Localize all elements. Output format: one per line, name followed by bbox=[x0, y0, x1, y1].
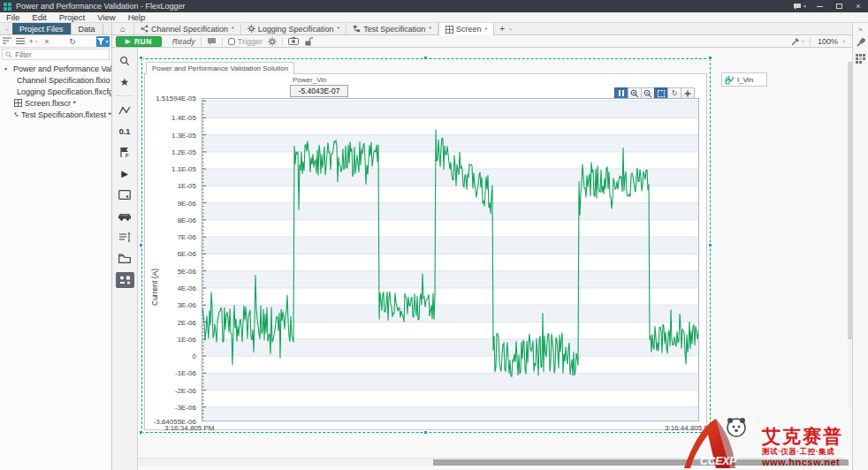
collapse-all-icon[interactable] bbox=[2, 36, 12, 47]
tree-item-logging-specification[interactable]: Logging Specification.flxcfg * bbox=[0, 86, 111, 97]
selection-handle[interactable] bbox=[139, 430, 143, 435]
tab-data[interactable]: Data bbox=[72, 23, 103, 34]
graph-panel-tab[interactable]: Power and Performance Validation Solutio… bbox=[146, 62, 294, 74]
menu-view[interactable]: View bbox=[91, 12, 121, 22]
main-toolbar: ▶ RUN Ready Trigger bbox=[112, 35, 852, 48]
selection-handle[interactable] bbox=[708, 56, 712, 60]
tab-screen[interactable]: Screen* bbox=[438, 23, 494, 35]
palette-container-icon[interactable] bbox=[115, 251, 134, 266]
y-axis-tick-label: 1.4E-05 bbox=[171, 114, 196, 122]
palette-play-icon[interactable]: ▶ bbox=[115, 166, 134, 181]
tab-channel-specification[interactable]: Channel Specification* bbox=[134, 23, 241, 34]
tab-test-specification[interactable]: Test Specification* bbox=[346, 23, 438, 34]
y-axis-tick-label: 1.1E-05 bbox=[171, 165, 196, 173]
vertical-scrollbar[interactable] bbox=[848, 62, 852, 408]
x-axis-start-label: 3:16:34.805 PM bbox=[164, 424, 214, 432]
unlock-icon[interactable] bbox=[304, 37, 313, 46]
tab-project-files[interactable]: Project Files bbox=[12, 23, 72, 34]
panel-collapse-button[interactable]: → bbox=[0, 23, 12, 34]
status-text: Ready bbox=[172, 37, 195, 46]
feedback-bubble-icon[interactable]: ▼ bbox=[790, 0, 810, 12]
indicator-value[interactable]: -5.4043E-07 bbox=[290, 85, 348, 97]
y-axis-tick-label: 1E-05 bbox=[178, 182, 196, 190]
tab-logging-specification[interactable]: Logging Specification* bbox=[241, 23, 346, 34]
add-item-button[interactable]: +▼ bbox=[28, 36, 39, 47]
zoom-level-select[interactable]: 100%▼ bbox=[815, 37, 849, 46]
search-icon bbox=[5, 51, 12, 58]
graph-widget[interactable]: Power and Performance Validation Solutio… bbox=[144, 62, 707, 430]
expand-caret-icon[interactable]: ▼ bbox=[4, 66, 8, 72]
palette-vehicle-icon[interactable] bbox=[115, 208, 134, 224]
menu-bar: File Edit Project View Help bbox=[0, 12, 868, 23]
restore-button[interactable] bbox=[829, 0, 849, 12]
palette-text-entry-icon[interactable] bbox=[115, 230, 134, 245]
trigger-settings-gear-icon[interactable] bbox=[268, 37, 277, 46]
y-axis-tick-label: 1.51594E-05 bbox=[156, 95, 196, 102]
screen-tab-icon bbox=[445, 26, 453, 34]
test-file-icon bbox=[14, 110, 19, 118]
legend-item-ivin[interactable]: I_Vin bbox=[721, 72, 767, 87]
selection-handle[interactable] bbox=[423, 56, 428, 60]
tree-item-project-root[interactable]: ▼ Power and Performance Validatio... bbox=[0, 63, 111, 74]
list-view-icon[interactable] bbox=[15, 36, 26, 47]
new-tab-button[interactable]: +▼ bbox=[494, 23, 518, 34]
filter-input[interactable] bbox=[15, 50, 95, 59]
pixel-grid-icon[interactable] bbox=[856, 54, 865, 65]
palette-mixed-displays-tile[interactable] bbox=[116, 272, 134, 288]
trigger-toggle: Trigger bbox=[228, 37, 263, 46]
selection-handle[interactable] bbox=[423, 430, 428, 435]
run-button[interactable]: ▶ RUN bbox=[116, 36, 162, 47]
refresh-button[interactable]: ↻ bbox=[67, 36, 78, 47]
expand-rail-icon[interactable]: » bbox=[858, 26, 862, 34]
y-axis-tick-label: 5E-06 bbox=[178, 268, 196, 276]
wrench-icon[interactable] bbox=[856, 38, 865, 49]
selection-handle[interactable] bbox=[139, 56, 143, 60]
menu-help[interactable]: Help bbox=[122, 12, 152, 22]
y-axis-tick-label: 2E-06 bbox=[178, 319, 196, 327]
legend-graph-icon bbox=[725, 75, 735, 85]
brand-url[interactable]: www.hncsw.net bbox=[762, 457, 868, 468]
filter-funnel-button[interactable]: ▼ bbox=[96, 36, 110, 47]
menu-file[interactable]: File bbox=[0, 12, 26, 22]
comment-icon[interactable] bbox=[207, 37, 217, 46]
menu-project[interactable]: Project bbox=[53, 12, 92, 22]
display-palette: ★ 0.1 F ▶ bbox=[112, 48, 138, 470]
screen-canvas[interactable]: Power and Performance Validation Solutio… bbox=[138, 48, 852, 470]
test-tab-icon bbox=[353, 25, 361, 33]
palette-favorites-icon[interactable]: ★ bbox=[115, 74, 134, 89]
selection-handle[interactable] bbox=[139, 243, 143, 247]
title-bar: Power and Performance Validation - FlexL… bbox=[0, 0, 868, 12]
close-button[interactable]: × bbox=[849, 0, 868, 12]
tree-item-screen[interactable]: Screen.flxscr * bbox=[0, 97, 111, 109]
accexp-mark-icon: CCEXP bbox=[681, 415, 762, 470]
play-icon: ▶ bbox=[126, 38, 131, 45]
palette-numeric-icon[interactable]: 0.1 bbox=[115, 124, 134, 139]
palette-search-icon[interactable] bbox=[115, 53, 134, 68]
plot-area[interactable] bbox=[202, 98, 699, 421]
y-axis-tick-label: 4E-06 bbox=[178, 284, 196, 292]
y-axis-tick-label: 1.2E-05 bbox=[171, 148, 196, 156]
palette-image-icon[interactable] bbox=[115, 187, 134, 202]
trigger-checkbox[interactable] bbox=[228, 38, 235, 45]
y-axis-tick-label: 8E-06 bbox=[178, 216, 196, 224]
vertical-scrollbar-thumb[interactable] bbox=[848, 62, 852, 339]
document-tab-bar: ⌂ Channel Specification* Logging Specifi… bbox=[112, 23, 852, 35]
minimize-button[interactable] bbox=[810, 0, 829, 12]
y-axis-tick-label: -3E-06 bbox=[175, 404, 196, 412]
tab-home[interactable]: ⌂ bbox=[112, 23, 134, 34]
brand-chinese-name: 艾克赛普 bbox=[762, 427, 868, 446]
y-axis-tick-label: 3E-06 bbox=[178, 301, 196, 309]
palette-graph-icon[interactable] bbox=[115, 102, 134, 118]
tree-item-test-specification[interactable]: Test Specification.flxtest * bbox=[0, 109, 111, 120]
y-axis-tick-label: 1.3E-05 bbox=[171, 132, 196, 140]
tree-item-channel-specification[interactable]: Channel Specification.flxio * bbox=[0, 74, 111, 86]
remove-item-button[interactable]: × bbox=[42, 36, 52, 47]
y-axis-tick-label: 9E-06 bbox=[178, 200, 196, 208]
probe-tool-button[interactable]: ▼ bbox=[791, 37, 805, 46]
menu-edit[interactable]: Edit bbox=[26, 12, 52, 22]
filter-box bbox=[2, 49, 110, 60]
snapshot-icon[interactable] bbox=[288, 37, 299, 45]
palette-boolean-flag-icon[interactable]: F bbox=[115, 145, 134, 160]
selection-handle[interactable] bbox=[708, 243, 712, 247]
logging-tab-icon bbox=[247, 25, 255, 33]
